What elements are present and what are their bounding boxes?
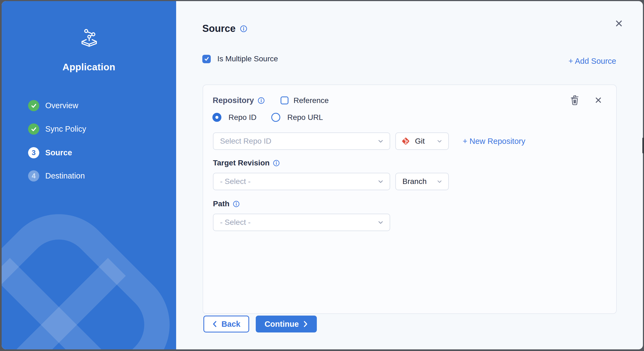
target-revision-field-label: Target Revision <box>213 159 280 167</box>
step-label: Sync Policy <box>45 125 86 134</box>
step-label: Destination <box>45 171 85 180</box>
repository-label: Repository <box>213 96 254 105</box>
reference-wrap: Reference <box>281 96 329 105</box>
path-placeholder: - Select - <box>220 218 251 227</box>
sidebar-step-source[interactable]: 3 Source <box>28 147 72 158</box>
application-logo-icon <box>2 28 176 49</box>
info-icon[interactable] <box>258 97 265 104</box>
step-done-check-icon <box>28 100 39 111</box>
application-wizard-modal: Application Overview Sync Policy 3 Sourc… <box>2 1 643 349</box>
revision-type-value: Branch <box>402 177 427 186</box>
repository-source-card: Repository Reference <box>203 84 617 314</box>
screen: Application Overview Sync Policy 3 Sourc… <box>0 0 644 351</box>
card-actions <box>570 94 602 106</box>
chevron-right-icon <box>303 321 308 327</box>
path-field-label: Path <box>213 199 240 208</box>
target-revision-select[interactable]: - Select - <box>213 173 390 190</box>
path-label: Path <box>213 199 230 208</box>
target-revision-label: Target Revision <box>213 159 270 167</box>
revision-type-select[interactable]: Branch <box>395 173 449 190</box>
step-label: Source <box>45 148 72 157</box>
check-icon <box>204 56 209 62</box>
info-icon[interactable] <box>240 25 247 32</box>
kubesphere-watermark-logo <box>2 213 171 349</box>
path-select[interactable]: - Select - <box>213 214 390 231</box>
modal-close-button[interactable] <box>612 17 625 30</box>
chevron-down-icon <box>377 178 384 185</box>
wizard-sidebar: Application Overview Sync Policy 3 Sourc… <box>2 1 176 349</box>
sidebar-step-sync-policy[interactable]: Sync Policy <box>28 123 86 135</box>
close-icon <box>615 19 623 28</box>
back-button-label: Back <box>221 320 240 329</box>
page-scrollbar-thumb[interactable] <box>642 138 644 153</box>
delete-source-button[interactable] <box>570 94 580 106</box>
continue-button-label: Continue <box>264 320 299 329</box>
repo-url-label: Repo URL <box>287 113 323 122</box>
trash-icon <box>570 94 580 106</box>
wizard-title: Application <box>2 62 176 72</box>
page-title: Source <box>202 23 247 34</box>
is-multiple-source-label: Is Multiple Source <box>217 55 278 63</box>
info-icon[interactable] <box>233 201 240 207</box>
continue-button[interactable]: Continue <box>256 316 317 332</box>
step-label: Overview <box>45 101 78 110</box>
repo-id-select-placeholder: Select Repo ID <box>220 137 271 146</box>
info-icon[interactable] <box>273 160 280 167</box>
repo-type-value: Git <box>415 137 425 146</box>
target-revision-placeholder: - Select - <box>220 177 251 186</box>
repository-card-header: Repository Reference <box>213 96 329 105</box>
chevron-down-icon <box>436 178 443 185</box>
sidebar-step-destination[interactable]: 4 Destination <box>28 170 85 181</box>
step-number-badge: 4 <box>28 170 39 181</box>
add-source-link[interactable]: + Add Source <box>568 57 616 66</box>
repo-type-cell: Git <box>401 136 425 146</box>
chevron-down-icon <box>377 138 384 145</box>
reference-label: Reference <box>293 96 329 105</box>
chevron-down-icon <box>377 219 384 226</box>
is-multiple-source-checkbox[interactable] <box>202 55 211 63</box>
step-done-check-icon <box>28 123 39 135</box>
chevron-left-icon <box>212 321 218 327</box>
repo-id-radio[interactable] <box>212 113 221 122</box>
repo-mode-radio-group: Repo ID Repo URL <box>212 113 330 122</box>
repo-type-select[interactable]: Git <box>395 132 449 150</box>
source-panel: Source Is Multiple Source <box>176 1 643 349</box>
new-repository-link[interactable]: + New Repository <box>463 137 525 146</box>
sidebar-step-overview[interactable]: Overview <box>28 100 78 111</box>
reference-checkbox[interactable] <box>281 96 288 104</box>
page-title-text: Source <box>202 23 236 34</box>
repo-id-select[interactable]: Select Repo ID <box>213 132 390 150</box>
close-icon <box>595 96 602 104</box>
repo-id-label: Repo ID <box>228 113 257 122</box>
chevron-down-icon <box>436 138 443 144</box>
remove-source-button[interactable] <box>595 96 602 104</box>
back-button[interactable]: Back <box>203 316 249 332</box>
repo-url-radio[interactable] <box>271 113 280 122</box>
is-multiple-source-row: Is Multiple Source <box>202 55 278 63</box>
git-icon <box>401 136 411 146</box>
step-number-badge: 3 <box>28 147 39 158</box>
